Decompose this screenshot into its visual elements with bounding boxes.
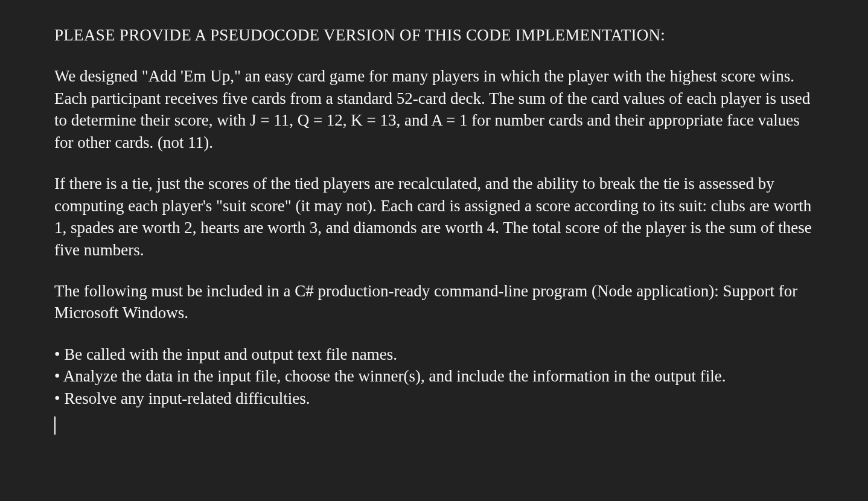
bullet-list: • Be called with the input and output te… xyxy=(54,343,814,409)
paragraph-3: The following must be included in a C# p… xyxy=(54,280,814,324)
bullet-item: • Be called with the input and output te… xyxy=(54,343,814,365)
text-cursor xyxy=(54,416,56,435)
bullet-item: • Resolve any input-related difficulties… xyxy=(54,388,814,409)
bullet-item: • Analyze the data in the input file, ch… xyxy=(54,365,814,387)
document-heading: PLEASE PROVIDE A PSEUDOCODE VERSION OF T… xyxy=(54,24,814,46)
paragraph-1: We designed "Add 'Em Up," an easy card g… xyxy=(54,65,814,153)
paragraph-2: If there is a tie, just the scores of th… xyxy=(54,173,814,261)
